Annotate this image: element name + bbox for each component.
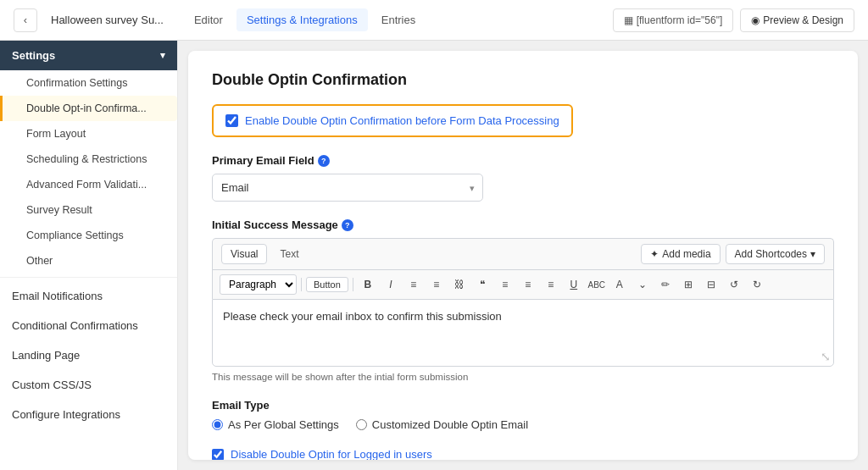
editor-hint-text: This message will be shown after the int… xyxy=(212,372,834,382)
primary-email-field-label: Primary Email Field ? xyxy=(212,154,834,167)
grid-icon: ▦ xyxy=(624,14,633,26)
sidebar-item-conditional-confirmations[interactable]: Conditional Confirmations xyxy=(0,311,177,340)
primary-email-select[interactable]: Email xyxy=(212,174,483,202)
nav-settings-integrations[interactable]: Settings & Integrations xyxy=(236,8,368,31)
shortcodes-chevron-icon: ▾ xyxy=(810,248,815,260)
indent-button[interactable]: ⊞ xyxy=(678,274,698,295)
disable-double-optin-checkbox[interactable] xyxy=(212,449,224,461)
undo-button[interactable]: ↺ xyxy=(724,274,744,295)
sidebar-item-confirmation-settings[interactable]: Confirmation Settings xyxy=(0,70,177,96)
sidebar-item-form-layout[interactable]: Form Layout xyxy=(0,121,177,147)
resize-handle[interactable]: ⤡ xyxy=(821,350,831,363)
editor-tabs: Visual Text xyxy=(221,244,308,264)
sidebar-item-email-notifications[interactable]: Email Notifications xyxy=(0,281,177,311)
radio-customized-optin[interactable]: Customized Double Optin Email xyxy=(356,418,528,431)
radio-global-settings-input[interactable] xyxy=(212,419,223,430)
align-left-button[interactable]: ≡ xyxy=(495,274,515,295)
sidebar-item-landing-page[interactable]: Landing Page xyxy=(0,340,177,370)
button-tag-button[interactable]: Button xyxy=(306,277,348,292)
email-type-section: Email Type As Per Global Settings Custom… xyxy=(212,399,834,431)
disable-double-optin-label[interactable]: Disable Double Optin for Logged in users xyxy=(231,448,432,460)
underline-button[interactable]: U xyxy=(564,274,584,295)
preview-design-button[interactable]: ◉ Preview & Design xyxy=(740,8,854,32)
font-color-dropdown[interactable]: ⌄ xyxy=(632,274,653,295)
radio-customized-optin-input[interactable] xyxy=(356,419,367,430)
email-type-radio-group: As Per Global Settings Customized Double… xyxy=(212,418,834,431)
link-button[interactable]: ⛓ xyxy=(449,274,470,295)
sidebar-item-custom-css-js[interactable]: Custom CSS/JS xyxy=(0,370,177,400)
main-content: Double Optin Confirmation Enable Double … xyxy=(188,51,858,460)
add-media-button[interactable]: ✦ Add media xyxy=(641,244,720,264)
sidebar: Settings ▾ Confirmation Settings Double … xyxy=(0,41,178,470)
radio-global-settings[interactable]: As Per Global Settings xyxy=(212,418,339,431)
italic-button[interactable]: I xyxy=(381,274,401,295)
nav-editor[interactable]: Editor xyxy=(184,8,233,31)
form-title: Halloween survey Su... xyxy=(51,14,164,26)
enable-double-optin-label[interactable]: Enable Double Optin Confirmation before … xyxy=(245,114,559,127)
main-layout: Settings ▾ Confirmation Settings Double … xyxy=(0,41,868,470)
redo-button[interactable]: ↻ xyxy=(747,274,767,295)
nav-right-actions: ▦ [fluentform id="56"] ◉ Preview & Desig… xyxy=(613,8,854,32)
font-color-button[interactable]: A xyxy=(609,274,630,295)
outdent-button[interactable]: ⊟ xyxy=(701,274,721,295)
top-navigation: ‹ Halloween survey Su... Editor Settings… xyxy=(0,0,868,41)
enable-double-optin-banner: Enable Double Optin Confirmation before … xyxy=(212,104,573,137)
ordered-list-button[interactable]: ≡ xyxy=(426,274,447,295)
align-right-button[interactable]: ≡ xyxy=(541,274,561,295)
enable-double-optin-checkbox[interactable] xyxy=(225,114,238,127)
editor-body[interactable]: Please check your email inbox to confirm… xyxy=(212,299,834,367)
primary-email-field-section: Primary Email Field ? Email ▾ xyxy=(212,154,834,202)
disable-double-optin-row: Disable Double Optin for Logged in users xyxy=(212,448,834,460)
align-center-button[interactable]: ≡ xyxy=(518,274,538,295)
blockquote-button[interactable]: ❝ xyxy=(472,274,492,295)
initial-success-message-section: Initial Success Message ? Visual Text ✦ … xyxy=(212,218,834,382)
sidebar-item-survey-result[interactable]: Survey Result xyxy=(0,197,177,223)
pencil-button[interactable]: ✏ xyxy=(655,274,676,295)
initial-success-message-label: Initial Success Message ? xyxy=(212,218,834,231)
sidebar-item-other[interactable]: Other xyxy=(0,248,177,274)
format-separator-1 xyxy=(301,278,302,291)
sidebar-item-double-optin[interactable]: Double Opt-in Confirma... xyxy=(0,96,177,121)
sidebar-item-advanced-form-validation[interactable]: Advanced Form Validati... xyxy=(0,172,177,197)
editor-top-toolbar: Visual Text ✦ Add media Add Shortcodes ▾ xyxy=(212,238,834,269)
eye-icon: ◉ xyxy=(751,14,760,26)
nav-entries[interactable]: Entries xyxy=(371,8,426,31)
back-button[interactable]: ‹ xyxy=(14,8,37,32)
editor-actions: ✦ Add media Add Shortcodes ▾ xyxy=(641,244,825,264)
strikethrough-button[interactable]: ABC xyxy=(587,274,607,295)
format-separator-2 xyxy=(353,278,353,291)
tab-text[interactable]: Text xyxy=(270,244,308,264)
primary-email-select-wrapper: Email ▾ xyxy=(212,174,483,202)
sidebar-settings-header[interactable]: Settings ▾ xyxy=(0,41,177,70)
add-shortcodes-button[interactable]: Add Shortcodes ▾ xyxy=(726,244,825,264)
sidebar-item-configure-integrations[interactable]: Configure Integrations xyxy=(0,400,177,429)
bold-button[interactable]: B xyxy=(358,274,378,295)
chevron-down-icon: ▾ xyxy=(160,50,165,61)
tab-visual[interactable]: Visual xyxy=(221,244,267,264)
initial-success-info-icon: ? xyxy=(342,219,353,231)
sidebar-item-compliance-settings[interactable]: Compliance Settings xyxy=(0,223,177,248)
sidebar-item-scheduling-restrictions[interactable]: Scheduling & Restrictions xyxy=(0,147,177,172)
primary-email-info-icon: ? xyxy=(318,155,330,167)
shortcode-button[interactable]: ▦ [fluentform id="56"] xyxy=(613,8,734,32)
email-type-label: Email Type xyxy=(212,399,834,412)
editor-format-bar: Paragraph Button B I ≡ ≡ ⛓ ❝ ≡ ≡ ≡ U ABC… xyxy=(212,269,834,299)
unordered-list-button[interactable]: ≡ xyxy=(403,274,424,295)
paragraph-format-select[interactable]: Paragraph xyxy=(220,274,297,295)
page-title: Double Optin Confirmation xyxy=(212,71,834,89)
add-media-icon: ✦ xyxy=(650,248,659,260)
nav-links: Editor Settings & Integrations Entries xyxy=(184,8,426,31)
sidebar-sub-items: Confirmation Settings Double Opt-in Conf… xyxy=(0,70,177,274)
